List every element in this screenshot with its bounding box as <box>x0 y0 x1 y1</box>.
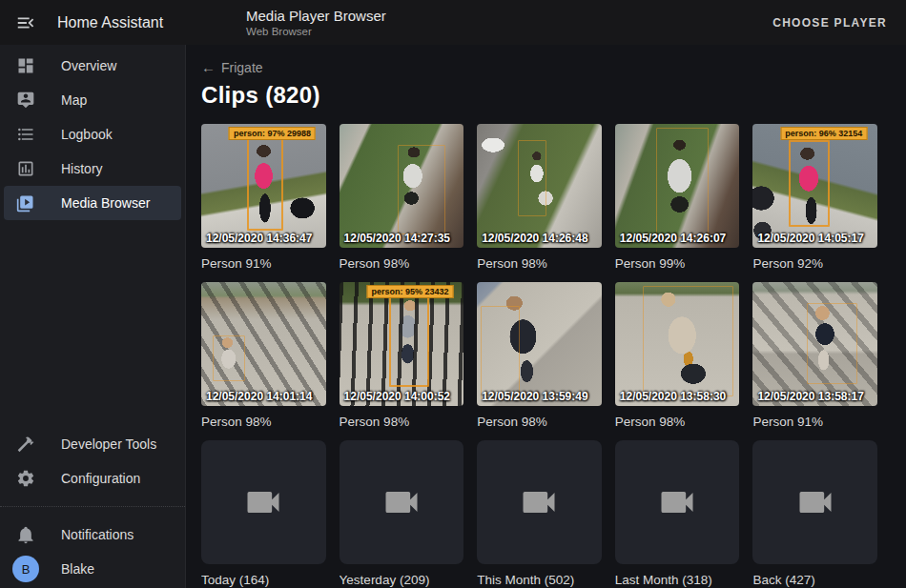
view-dashboard-icon <box>16 56 35 75</box>
sidebar-item-notifications[interactable]: Notifications <box>4 517 181 552</box>
clip-thumbnail[interactable]: person: 97% 2998812/05/2020 14:36:47 <box>201 124 326 248</box>
sidebar-item-label: Configuration <box>61 471 140 486</box>
clip-caption: Person 98% <box>201 415 326 429</box>
sidebar-item-label: Media Browser <box>61 195 150 211</box>
folder-tile[interactable] <box>201 440 326 564</box>
folder-card-this-month-502-: This Month (502) <box>477 440 602 587</box>
clip-caption: Person 99% <box>615 256 740 271</box>
detection-label-chip: person: 95% 23432 <box>366 285 453 298</box>
clip-timestamp: 12/05/2020 14:01:14 <box>206 390 312 403</box>
media-grid: person: 97% 2998812/05/2020 14:36:47Pers… <box>201 124 877 587</box>
sidebar-item-label: Notifications <box>61 527 134 542</box>
folder-label: Today (164) <box>201 573 326 587</box>
sidebar-divider <box>0 506 185 507</box>
clip-caption: Person 92% <box>752 256 877 271</box>
clip-timestamp: 12/05/2020 14:36:47 <box>206 232 312 245</box>
hammer-icon <box>16 435 35 454</box>
folder-label: Last Month (318) <box>615 573 740 587</box>
clip-timestamp: 12/05/2020 14:26:48 <box>482 232 587 245</box>
clip-timestamp: 12/05/2020 13:59:49 <box>482 390 587 403</box>
detection-bounding-box <box>789 140 830 227</box>
sidebar-spacer <box>0 220 185 427</box>
clip-timestamp: 12/05/2020 14:26:07 <box>620 232 726 245</box>
clip-card: 12/05/2020 13:58:30Person 98% <box>615 282 740 429</box>
app-header: Home Assistant Media Player Browser Web … <box>0 0 906 45</box>
clip-thumbnail[interactable]: 12/05/2020 14:26:48 <box>477 124 602 248</box>
clip-thumbnail[interactable]: 12/05/2020 14:26:07 <box>615 124 740 248</box>
detection-label-chip: person: 96% 32154 <box>780 127 867 140</box>
detection-bounding-box <box>398 145 445 234</box>
list-bulleted-icon <box>16 125 35 144</box>
page-header-title: Media Player Browser <box>246 8 386 25</box>
folder-tile[interactable] <box>615 440 740 564</box>
choose-player-button[interactable]: CHOOSE PLAYER <box>765 9 895 37</box>
breadcrumb-label: Frigate <box>221 60 263 75</box>
clip-card: 12/05/2020 14:01:14Person 98% <box>201 282 326 429</box>
sidebar-primary-nav: OverviewMapLogbookHistoryMedia Browser <box>0 49 185 220</box>
sidebar-item-label: Map <box>61 92 87 108</box>
detection-bounding-box <box>389 295 429 387</box>
clip-thumbnail[interactable]: person: 96% 3215412/05/2020 14:05:17 <box>752 124 877 248</box>
video-icon <box>656 481 698 523</box>
clip-card: person: 97% 2998812/05/2020 14:36:47Pers… <box>201 124 326 271</box>
menu-open-icon[interactable] <box>14 11 37 34</box>
clip-timestamp: 12/05/2020 13:58:17 <box>757 390 863 403</box>
folder-label: Yesterday (209) <box>340 573 464 587</box>
detection-bounding-box <box>807 303 858 384</box>
sidebar: OverviewMapLogbookHistoryMedia Browser D… <box>0 45 186 588</box>
folder-card-back-427-: Back (427) <box>752 440 877 587</box>
detection-bounding-box <box>481 306 519 400</box>
sidebar-item-logbook[interactable]: Logbook <box>4 117 181 152</box>
sidebar-item-history[interactable]: History <box>4 152 181 186</box>
detection-bounding-box <box>247 135 283 231</box>
detection-bounding-box <box>656 128 709 238</box>
clip-caption: Person 98% <box>477 256 602 271</box>
clip-card: person: 95% 2343212/05/2020 14:00:52Pers… <box>340 282 464 429</box>
folder-tile[interactable] <box>340 440 464 564</box>
app-body: OverviewMapLogbookHistoryMedia Browser D… <box>0 45 906 588</box>
clip-timestamp: 12/05/2020 13:58:30 <box>620 390 726 403</box>
home-assistant-app: Home Assistant Media Player Browser Web … <box>0 0 906 588</box>
clip-thumbnail[interactable]: 12/05/2020 13:58:30 <box>615 282 740 406</box>
clip-caption: Person 91% <box>752 415 877 429</box>
clip-card: 12/05/2020 13:59:49Person 98% <box>477 282 602 429</box>
sidebar-item-label: Logbook <box>61 127 113 142</box>
breadcrumb[interactable]: ← Frigate <box>201 59 263 75</box>
play-box-multiple-icon <box>16 193 35 213</box>
sidebar-item-blake[interactable]: BBlake <box>4 552 181 586</box>
clip-caption: Person 98% <box>477 415 602 429</box>
detection-bounding-box <box>643 286 733 396</box>
folder-tile[interactable] <box>752 440 877 564</box>
video-icon <box>794 481 836 523</box>
video-icon <box>242 481 284 523</box>
clip-thumbnail[interactable]: 12/05/2020 14:27:35 <box>340 124 464 248</box>
clip-timestamp: 12/05/2020 14:27:35 <box>344 232 450 245</box>
sidebar-item-label: Blake <box>61 561 94 577</box>
clip-card: 12/05/2020 14:26:07Person 99% <box>615 124 740 271</box>
sidebar-item-media-browser[interactable]: Media Browser <box>4 186 181 220</box>
sidebar-item-map[interactable]: Map <box>4 83 181 117</box>
clip-card: 12/05/2020 14:27:35Person 98% <box>340 124 464 271</box>
sidebar-item-developer-tools[interactable]: Developer Tools <box>4 427 181 461</box>
folder-card-last-month-318-: Last Month (318) <box>615 440 740 587</box>
clip-thumbnail[interactable]: 12/05/2020 14:01:14 <box>201 282 326 406</box>
clip-caption: Person 98% <box>615 415 740 429</box>
chart-box-icon <box>16 159 35 178</box>
sidebar-item-overview[interactable]: Overview <box>4 49 181 83</box>
detection-label-chip: person: 97% 29988 <box>229 127 316 140</box>
sidebar-item-configuration[interactable]: Configuration <box>4 461 181 496</box>
avatar: B <box>12 556 39 582</box>
bell-icon <box>16 525 35 544</box>
page-header-subtitle: Web Browser <box>246 25 386 38</box>
clip-thumbnail[interactable]: 12/05/2020 13:58:17 <box>752 282 877 406</box>
folder-tile[interactable] <box>477 440 602 564</box>
clip-caption: Person 98% <box>340 415 464 429</box>
clip-timestamp: 12/05/2020 14:00:52 <box>344 390 450 403</box>
folder-label: Back (427) <box>752 573 877 587</box>
clip-thumbnail[interactable]: person: 95% 2343212/05/2020 14:00:52 <box>340 282 464 406</box>
header-title-block: Media Player Browser Web Browser <box>246 8 386 38</box>
video-icon <box>518 481 560 523</box>
folder-card-today-164-: Today (164) <box>201 440 326 587</box>
clip-timestamp: 12/05/2020 14:05:17 <box>757 232 863 245</box>
clip-thumbnail[interactable]: 12/05/2020 13:59:49 <box>477 282 602 406</box>
